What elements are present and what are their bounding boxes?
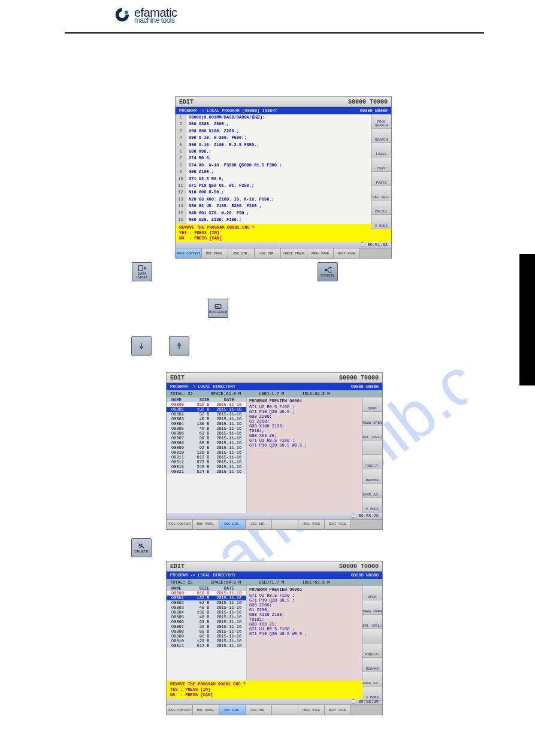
confirm-message: REMOVE THE PROGRAM O0001.CNC ? YES : PRE… (167, 681, 382, 699)
right-softkeys: OPENNEW& OPENDEL (DEL)FIND(P)RENAMESAVE … (362, 586, 382, 681)
file-row[interactable]: O0000819 B2015-11-18 (167, 591, 246, 596)
softkey[interactable]: CNC DIR. (219, 705, 246, 715)
softkey[interactable]: NEXT PAGE (325, 705, 351, 715)
svg-point-3 (325, 269, 327, 271)
file-row[interactable]: O0012873 B2015-11-16 (167, 460, 246, 464)
window-title: EDIT (170, 563, 185, 570)
file-list: NAMESIZEDATEO0000819 B2015-11-18O0001132… (167, 586, 247, 681)
bottom-softkeys: PROG CONTENTMDI PROG.CNC DIR.USB DIR.PRE… (167, 705, 382, 715)
file-row[interactable]: O000546 B2015-11-16 (167, 615, 246, 620)
used-label: USED:1.7 M (259, 391, 284, 396)
softkey[interactable]: PROG SEARCH (371, 114, 391, 129)
softkey[interactable]: SAVE AS.. (362, 484, 382, 498)
softkey[interactable]: OPEN (362, 397, 382, 412)
screenshot-local-directory-confirm: EDITS0000 T0000 PROGRAM -> LOCAL DIRECTO… (166, 561, 383, 715)
softkey[interactable]: CNC DIR. (228, 248, 255, 258)
softkey[interactable]: CALCUL (371, 201, 391, 215)
softkey[interactable]: NEXT PAGE (325, 520, 351, 529)
window-title: EDIT (170, 375, 185, 381)
softkey[interactable]: NEXT PAGE (334, 248, 360, 258)
total-label: TOTAL: 22 (170, 391, 193, 396)
softkey[interactable]: DEL (DEL) (362, 615, 382, 629)
file-row[interactable]: O0011612 B2015-11-16 (167, 643, 246, 648)
file-row[interactable]: O0000819 B2015-11-18 (167, 402, 246, 407)
preview-head: PROGRAM PREVIEW O0001 (249, 587, 359, 592)
softkey[interactable]: USB DIR. (255, 248, 281, 258)
softkey[interactable] (272, 705, 298, 715)
file-row[interactable]: O000340 B2015-11-16 (167, 605, 246, 610)
file-row[interactable]: O000992 B2015-11-16 (167, 445, 246, 450)
file-row[interactable]: O000663 B2015-11-16 (167, 431, 246, 436)
file-list: NAMESIZEDATEO0000819 B2015-11-18O0001132… (167, 397, 247, 513)
softkey[interactable]: PROG CONTENT (176, 248, 202, 258)
softkey[interactable]: MDI PROG. (193, 705, 219, 715)
brand-subtitle: machine tools (134, 17, 177, 24)
softkey[interactable] (362, 441, 382, 455)
file-row[interactable]: O0010128 B2015-11-16 (167, 450, 246, 455)
file-row[interactable]: O000885 B2015-11-16 (167, 441, 246, 445)
softkey[interactable]: USB DIR. (246, 705, 272, 715)
preview-body: G71 U2 R0.5 F180 ; G71 P10 Q20 U0.5 ; G0… (249, 405, 359, 448)
file-row[interactable]: O0018246 B2015-11-16 (167, 464, 246, 469)
file-row[interactable]: O0001132 B2015-11-18 (167, 407, 246, 412)
file-row[interactable]: O0001132 B2015-11-18 (167, 596, 246, 600)
softkey[interactable]: PASTE (371, 172, 391, 186)
svg-rect-2 (138, 266, 143, 271)
right-softkeys: PROG SEARCHSEARCHLABELCOPYPASTEDEL SEG.C… (371, 114, 391, 224)
softkey[interactable]: FIND(P) (362, 643, 382, 658)
softkey[interactable]: MDI PROG. (202, 248, 228, 258)
screenshot-edit-program: EDITS0000 T0000 PROGRAM -> LOCAL PROGRAM… (175, 96, 392, 259)
softkey[interactable]: PREV PAGE (307, 248, 334, 258)
file-row[interactable]: O000885 B2015-11-16 (167, 629, 246, 634)
softkey[interactable]: PREV PAGE (298, 705, 325, 715)
clock-bar: ⌚ 09:55:28 (167, 513, 382, 519)
brand-mark-icon (114, 6, 131, 25)
softkey[interactable]: PROG CONTENT (167, 705, 193, 715)
file-row[interactable]: O0004130 B2015-11-16 (167, 421, 246, 426)
delete-key-icon: DELETE (131, 538, 152, 557)
softkey[interactable]: OPEN (362, 586, 382, 600)
file-row[interactable]: O000739 B2015-11-16 (167, 624, 246, 629)
file-row[interactable]: O000739 B2015-11-16 (167, 436, 246, 441)
softkey[interactable]: ∨ MORE (362, 498, 382, 512)
file-row[interactable]: O000663 B2015-11-16 (167, 620, 246, 624)
softkey[interactable]: SEARCH (371, 129, 391, 143)
file-row[interactable]: O0010128 B2015-11-16 (167, 639, 246, 643)
softkey[interactable]: USB DIR. (246, 520, 272, 529)
file-row[interactable]: O000546 B2015-11-16 (167, 426, 246, 431)
file-row[interactable]: O000252 B2015-11-16 (167, 412, 246, 417)
softkey[interactable]: MDI PROG. (193, 520, 219, 529)
file-row[interactable]: O000340 B2015-11-16 (167, 417, 246, 421)
status-code: S0000 T0000 (339, 563, 379, 570)
brand-logo: efamatic machine tools (114, 6, 535, 25)
softkey[interactable]: FIND(P) (362, 455, 382, 469)
softkey[interactable]: CHECK TRACK (281, 248, 307, 258)
softkey[interactable]: PREV PAGE (298, 520, 325, 529)
file-row[interactable]: O000992 B2015-11-16 (167, 634, 246, 639)
softkey[interactable]: NEW& OPEN (362, 600, 382, 615)
softkey[interactable]: RENAME (362, 658, 382, 672)
softkey[interactable]: CNC DIR. (219, 520, 246, 529)
position-label: O0000 N0000 (360, 108, 388, 113)
file-row[interactable]: O000252 B2015-11-16 (167, 600, 246, 605)
cursor-down-key-icon (131, 336, 152, 356)
softkey[interactable]: LABEL (371, 143, 391, 157)
softkey[interactable]: ∨ MORE (371, 215, 391, 229)
screenshot-local-directory: EDITS0000 T0000 PROGRAM -> LOCAL DIRECTO… (166, 372, 383, 530)
page-header: efamatic machine tools (0, 0, 535, 29)
softkey[interactable]: SAVE AS.. (362, 672, 382, 687)
position-label: O0000 N0000 (351, 384, 379, 389)
softkey[interactable] (362, 629, 382, 643)
softkey[interactable]: COPY (371, 157, 391, 172)
file-row[interactable]: O0004130 B2015-11-16 (167, 610, 246, 615)
clock-bar: ⌚ 09:55:36 (167, 699, 382, 705)
file-row[interactable]: O0021524 B2015-11-16 (167, 469, 246, 474)
softkey[interactable]: PROG CONTENT (167, 520, 193, 529)
softkey[interactable] (272, 520, 298, 529)
softkey[interactable]: RENAME (362, 469, 382, 484)
softkey[interactable]: DEL (DEL) (362, 426, 382, 441)
softkey[interactable]: NEW& OPEN (362, 412, 382, 426)
file-row[interactable]: O0011612 B2015-11-16 (167, 455, 246, 460)
softkey[interactable]: DEL SEG. (371, 186, 391, 201)
bottom-softkeys: PROG CONTENTMDI PROG.CNC DIR.USB DIR.CHE… (176, 248, 391, 258)
